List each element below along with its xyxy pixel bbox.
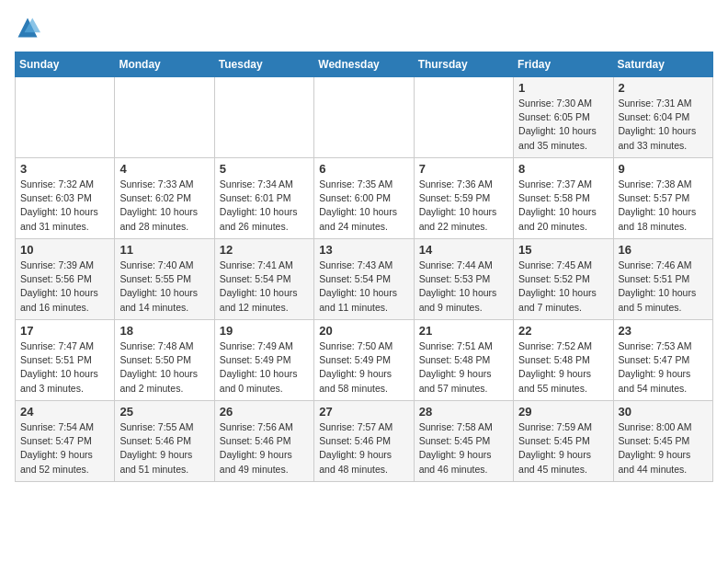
day-number: 15: [518, 243, 608, 257]
calendar-cell: 22Sunrise: 7:52 AM Sunset: 5:48 PM Dayli…: [514, 320, 613, 401]
day-number: 3: [20, 162, 109, 176]
calendar-cell: 16Sunrise: 7:46 AM Sunset: 5:51 PM Dayli…: [613, 239, 712, 320]
day-info: Sunrise: 8:00 AM Sunset: 5:45 PM Dayligh…: [619, 420, 708, 477]
day-info: Sunrise: 7:59 AM Sunset: 5:45 PM Dayligh…: [518, 420, 608, 477]
day-number: 8: [518, 162, 608, 176]
day-number: 28: [419, 405, 508, 419]
calendar-week-row: 1Sunrise: 7:30 AM Sunset: 6:05 PM Daylig…: [16, 77, 713, 158]
calendar-cell: 21Sunrise: 7:51 AM Sunset: 5:48 PM Dayli…: [414, 320, 513, 401]
col-header-tuesday: Tuesday: [214, 52, 313, 77]
day-number: 29: [518, 405, 608, 419]
calendar-week-row: 17Sunrise: 7:47 AM Sunset: 5:51 PM Dayli…: [16, 320, 713, 401]
day-info: Sunrise: 7:47 AM Sunset: 5:51 PM Dayligh…: [20, 339, 109, 396]
calendar-week-row: 10Sunrise: 7:39 AM Sunset: 5:56 PM Dayli…: [16, 239, 713, 320]
calendar-cell: 8Sunrise: 7:37 AM Sunset: 5:58 PM Daylig…: [514, 158, 613, 239]
day-info: Sunrise: 7:33 AM Sunset: 6:02 PM Dayligh…: [119, 178, 209, 234]
day-info: Sunrise: 7:51 AM Sunset: 5:48 PM Dayligh…: [419, 339, 508, 396]
day-number: 23: [619, 324, 708, 338]
day-number: 19: [220, 324, 309, 338]
day-number: 14: [419, 243, 508, 257]
calendar-cell: 9Sunrise: 7:38 AM Sunset: 5:57 PM Daylig…: [613, 158, 712, 239]
col-header-sunday: Sunday: [16, 52, 115, 77]
day-info: Sunrise: 7:44 AM Sunset: 5:53 PM Dayligh…: [419, 259, 508, 315]
day-number: 2: [619, 81, 708, 95]
col-header-monday: Monday: [115, 52, 214, 77]
col-header-thursday: Thursday: [414, 52, 513, 77]
calendar-cell: [16, 77, 115, 158]
day-number: 12: [220, 243, 309, 257]
calendar-cell: 11Sunrise: 7:40 AM Sunset: 5:55 PM Dayli…: [115, 239, 214, 320]
day-info: Sunrise: 7:45 AM Sunset: 5:52 PM Dayligh…: [518, 259, 608, 315]
day-info: Sunrise: 7:43 AM Sunset: 5:54 PM Dayligh…: [319, 259, 408, 315]
day-info: Sunrise: 7:34 AM Sunset: 6:01 PM Dayligh…: [220, 178, 309, 234]
day-number: 1: [518, 81, 608, 95]
page-header: [15, 15, 713, 40]
calendar-cell: 18Sunrise: 7:48 AM Sunset: 5:50 PM Dayli…: [115, 320, 214, 401]
calendar-cell: 1Sunrise: 7:30 AM Sunset: 6:05 PM Daylig…: [514, 77, 613, 158]
day-number: 24: [20, 405, 109, 419]
day-info: Sunrise: 7:53 AM Sunset: 5:47 PM Dayligh…: [619, 339, 708, 396]
calendar-cell: 26Sunrise: 7:56 AM Sunset: 5:46 PM Dayli…: [214, 401, 313, 482]
day-number: 20: [319, 324, 408, 338]
col-header-wednesday: Wednesday: [314, 52, 414, 77]
calendar-cell: [314, 77, 414, 158]
calendar-cell: 24Sunrise: 7:54 AM Sunset: 5:47 PM Dayli…: [16, 401, 115, 482]
calendar-cell: [214, 77, 313, 158]
calendar-header-row: SundayMondayTuesdayWednesdayThursdayFrid…: [16, 52, 713, 77]
day-info: Sunrise: 7:48 AM Sunset: 5:50 PM Dayligh…: [119, 339, 209, 396]
day-info: Sunrise: 7:36 AM Sunset: 5:59 PM Dayligh…: [419, 178, 508, 234]
day-info: Sunrise: 7:30 AM Sunset: 6:05 PM Dayligh…: [518, 97, 608, 153]
day-info: Sunrise: 7:49 AM Sunset: 5:49 PM Dayligh…: [220, 339, 309, 396]
day-number: 4: [119, 162, 209, 176]
calendar-cell: 25Sunrise: 7:55 AM Sunset: 5:46 PM Dayli…: [115, 401, 214, 482]
calendar-cell: 14Sunrise: 7:44 AM Sunset: 5:53 PM Dayli…: [414, 239, 513, 320]
day-info: Sunrise: 7:57 AM Sunset: 5:46 PM Dayligh…: [319, 420, 408, 477]
calendar-cell: [115, 77, 214, 158]
day-info: Sunrise: 7:40 AM Sunset: 5:55 PM Dayligh…: [119, 259, 209, 315]
day-info: Sunrise: 7:55 AM Sunset: 5:46 PM Dayligh…: [119, 420, 209, 477]
day-number: 27: [319, 405, 408, 419]
logo: [15, 15, 44, 40]
day-info: Sunrise: 7:56 AM Sunset: 5:46 PM Dayligh…: [220, 420, 309, 477]
day-info: Sunrise: 7:39 AM Sunset: 5:56 PM Dayligh…: [20, 259, 109, 315]
day-number: 26: [220, 405, 309, 419]
day-info: Sunrise: 7:31 AM Sunset: 6:04 PM Dayligh…: [619, 97, 708, 153]
calendar-cell: 23Sunrise: 7:53 AM Sunset: 5:47 PM Dayli…: [613, 320, 712, 401]
calendar-cell: 27Sunrise: 7:57 AM Sunset: 5:46 PM Dayli…: [314, 401, 414, 482]
calendar-cell: 5Sunrise: 7:34 AM Sunset: 6:01 PM Daylig…: [214, 158, 313, 239]
calendar-table: SundayMondayTuesdayWednesdayThursdayFrid…: [15, 52, 713, 482]
calendar-cell: 17Sunrise: 7:47 AM Sunset: 5:51 PM Dayli…: [16, 320, 115, 401]
day-info: Sunrise: 7:58 AM Sunset: 5:45 PM Dayligh…: [419, 420, 508, 477]
calendar-cell: 20Sunrise: 7:50 AM Sunset: 5:49 PM Dayli…: [314, 320, 414, 401]
day-info: Sunrise: 7:54 AM Sunset: 5:47 PM Dayligh…: [20, 420, 109, 477]
day-info: Sunrise: 7:41 AM Sunset: 5:54 PM Dayligh…: [220, 259, 309, 315]
col-header-friday: Friday: [514, 52, 613, 77]
calendar-week-row: 3Sunrise: 7:32 AM Sunset: 6:03 PM Daylig…: [16, 158, 713, 239]
day-number: 10: [20, 243, 109, 257]
day-number: 6: [319, 162, 408, 176]
calendar-week-row: 24Sunrise: 7:54 AM Sunset: 5:47 PM Dayli…: [16, 401, 713, 482]
calendar-cell: 13Sunrise: 7:43 AM Sunset: 5:54 PM Dayli…: [314, 239, 414, 320]
col-header-saturday: Saturday: [613, 52, 712, 77]
day-number: 9: [619, 162, 708, 176]
calendar-cell: [414, 77, 513, 158]
day-info: Sunrise: 7:38 AM Sunset: 5:57 PM Dayligh…: [619, 178, 708, 234]
calendar-cell: 30Sunrise: 8:00 AM Sunset: 5:45 PM Dayli…: [613, 401, 712, 482]
day-number: 30: [619, 405, 708, 419]
day-number: 17: [20, 324, 109, 338]
calendar-cell: 7Sunrise: 7:36 AM Sunset: 5:59 PM Daylig…: [414, 158, 513, 239]
calendar-cell: 4Sunrise: 7:33 AM Sunset: 6:02 PM Daylig…: [115, 158, 214, 239]
day-number: 22: [518, 324, 608, 338]
calendar-cell: 3Sunrise: 7:32 AM Sunset: 6:03 PM Daylig…: [16, 158, 115, 239]
calendar-cell: 28Sunrise: 7:58 AM Sunset: 5:45 PM Dayli…: [414, 401, 513, 482]
day-info: Sunrise: 7:50 AM Sunset: 5:49 PM Dayligh…: [319, 339, 408, 396]
day-number: 5: [220, 162, 309, 176]
calendar-cell: 10Sunrise: 7:39 AM Sunset: 5:56 PM Dayli…: [16, 239, 115, 320]
day-info: Sunrise: 7:52 AM Sunset: 5:48 PM Dayligh…: [518, 339, 608, 396]
calendar-cell: 15Sunrise: 7:45 AM Sunset: 5:52 PM Dayli…: [514, 239, 613, 320]
day-info: Sunrise: 7:37 AM Sunset: 5:58 PM Dayligh…: [518, 178, 608, 234]
day-number: 13: [319, 243, 408, 257]
day-number: 11: [119, 243, 209, 257]
day-number: 21: [419, 324, 508, 338]
day-number: 18: [119, 324, 209, 338]
